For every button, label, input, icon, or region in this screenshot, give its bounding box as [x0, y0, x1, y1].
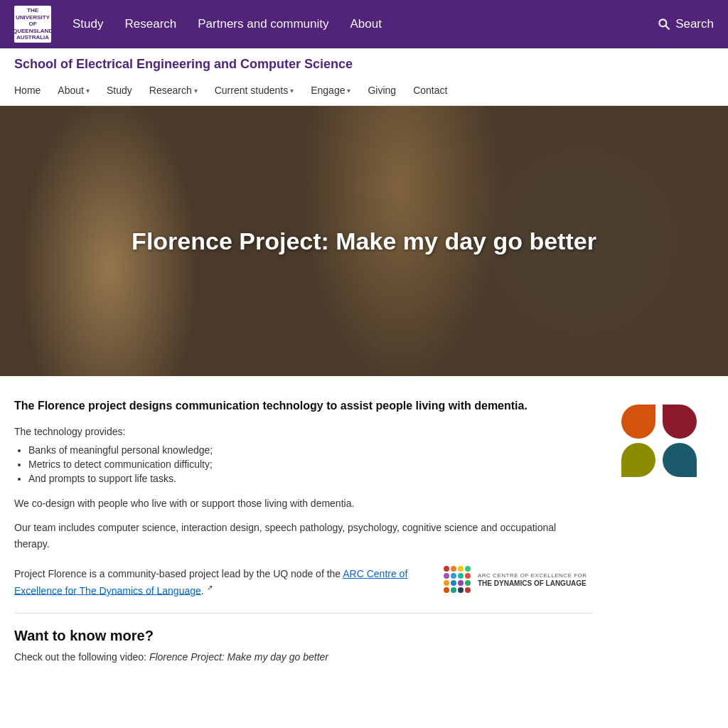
school-navigation: Home About ▾ Study Research ▾ Current st…: [14, 79, 714, 105]
arc-text-post: .: [201, 584, 204, 596]
arc-label-main: The Dynamics of Language: [478, 579, 587, 588]
school-nav-current-students[interactable]: Current students ▾: [206, 79, 303, 105]
florence-logo: [621, 405, 700, 477]
florence-logo-teal: [663, 443, 697, 477]
nav-study[interactable]: Study: [73, 17, 103, 31]
content-side: [621, 397, 714, 477]
arc-logo-text: ARC CENTRE OF EXCELLENCE FOR The Dynamic…: [478, 572, 587, 588]
main-content: The Florence project designs communicati…: [0, 376, 728, 684]
video-caption: Check out the following video: Florence …: [14, 651, 593, 663]
svg-line-1: [665, 26, 669, 29]
engage-chevron-icon: ▾: [347, 87, 350, 95]
school-nav-giving-label: Giving: [368, 85, 396, 96]
co-design-text: We co-design with people who live with o…: [14, 496, 593, 511]
want-to-know-heading: Want to know more?: [14, 628, 593, 644]
research-chevron-icon: ▾: [194, 87, 198, 95]
school-nav-about[interactable]: About ▾: [49, 79, 98, 105]
school-nav-about-label: About: [58, 85, 84, 96]
external-link-icon[interactable]: ↗: [207, 584, 213, 592]
section-divider: [14, 613, 593, 614]
logo-text: THE UNIVERSITYOF QUEENSLANDAUSTRALIA: [13, 7, 53, 41]
about-chevron-icon: ▾: [86, 87, 90, 95]
school-header: School of Electrical Engineering and Com…: [0, 48, 728, 106]
bullet-1: Banks of meaningful personal knowledge;: [28, 444, 593, 456]
florence-logo-olive: [621, 443, 655, 477]
bullet-2: Metrics to detect communication difficul…: [28, 459, 593, 470]
video-title: Florence Project: Make my day go better: [149, 651, 328, 663]
school-title: School of Electrical Engineering and Com…: [14, 57, 714, 72]
tech-bullets: Banks of meaningful personal knowledge; …: [28, 444, 593, 484]
hero-title: Florence Project: Make my day go better: [103, 228, 625, 255]
nav-about[interactable]: About: [350, 17, 382, 31]
arc-logo-area: ARC CENTRE OF EXCELLENCE FOR The Dynamic…: [444, 566, 593, 594]
school-nav-research[interactable]: Research ▾: [141, 79, 206, 105]
school-nav-study[interactable]: Study: [98, 79, 141, 105]
school-nav-home[interactable]: Home: [14, 79, 49, 105]
current-students-chevron-icon: ▾: [290, 87, 294, 95]
check-out-text: Check out the following video:: [14, 651, 149, 663]
school-nav-study-label: Study: [107, 85, 132, 96]
nav-research[interactable]: Research: [124, 17, 176, 31]
school-nav-contact-label: Contact: [413, 85, 447, 96]
top-nav-links: Study Research Partners and community Ab…: [73, 17, 657, 31]
school-nav-research-label: Research: [149, 85, 192, 96]
arc-section: Project Florence is a community-based pr…: [14, 566, 593, 598]
florence-logo-red: [663, 405, 697, 439]
school-nav-giving[interactable]: Giving: [359, 79, 405, 105]
svg-point-0: [659, 19, 666, 26]
search-icon: [657, 17, 671, 31]
school-nav-current-students-label: Current students: [215, 85, 289, 96]
nav-partners-community[interactable]: Partners and community: [198, 17, 328, 31]
search-button[interactable]: Search: [657, 17, 714, 31]
bullet-3: And prompts to support life tasks.: [28, 473, 593, 484]
intro-paragraph: The Florence project designs communicati…: [14, 397, 593, 414]
hero-section: Florence Project: Make my day go better: [0, 106, 728, 376]
team-text: Our team includes computer science, inte…: [14, 520, 593, 552]
school-nav-engage-label: Engage: [311, 85, 345, 96]
arc-text-pre: Project Florence is a community-based pr…: [14, 568, 343, 579]
uq-logo[interactable]: THE UNIVERSITYOF QUEENSLANDAUSTRALIA: [14, 6, 51, 43]
florence-logo-orange: [621, 405, 655, 439]
arc-label-small: ARC CENTRE OF EXCELLENCE FOR: [478, 572, 587, 579]
arc-grid-icon: [444, 566, 472, 594]
school-nav-engage[interactable]: Engage ▾: [302, 79, 359, 105]
arc-text: Project Florence is a community-based pr…: [14, 566, 432, 598]
school-nav-home-label: Home: [14, 85, 41, 96]
tech-provides-label: The technology provides:: [14, 426, 593, 437]
search-label: Search: [675, 17, 714, 31]
school-nav-contact[interactable]: Contact: [405, 79, 456, 105]
content-main: The Florence project designs communicati…: [14, 397, 593, 663]
top-navigation: THE UNIVERSITYOF QUEENSLANDAUSTRALIA Stu…: [0, 0, 728, 48]
